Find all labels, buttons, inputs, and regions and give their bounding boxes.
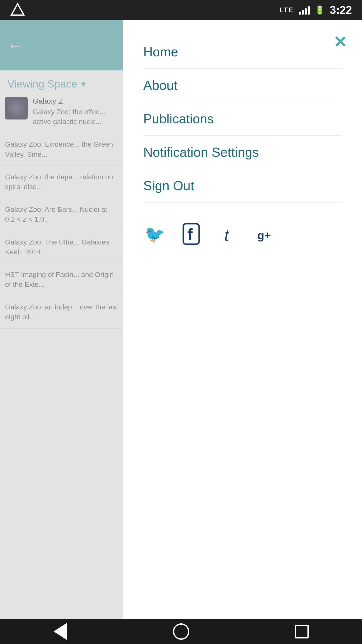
twitter-icon: 🐦 (143, 223, 166, 245)
app-container: ← Viewing Space ▾ Galaxy Z Galaxy Zoo: t… (0, 20, 362, 619)
status-time: 3:22 (330, 4, 352, 16)
navigation-bar (0, 619, 362, 644)
drawer-close-button[interactable]: ✕ (333, 33, 347, 51)
facebook-button[interactable]: f (181, 223, 204, 246)
menu-item-home[interactable]: Home (143, 35, 342, 69)
googleplus-icon: g+ (256, 223, 279, 245)
status-bar-logo-area (10, 3, 25, 18)
menu-item-sign-out[interactable]: Sign Out (143, 169, 342, 203)
svg-text:t: t (224, 226, 230, 244)
lte-indicator: LTE (279, 6, 294, 14)
googleplus-button[interactable]: g+ (256, 223, 279, 246)
nav-recents-button[interactable] (287, 621, 317, 641)
nav-back-button[interactable] (45, 621, 75, 641)
social-icons-row: 🐦 f t g+ (143, 218, 342, 251)
twitter-button[interactable]: 🐦 (143, 223, 166, 246)
signal-icon (299, 6, 310, 15)
menu-label-notification-settings: Notification Settings (143, 145, 259, 159)
svg-marker-0 (11, 4, 24, 15)
status-bar-indicators: LTE 🔋 3:22 (279, 4, 352, 16)
menu-label-home: Home (143, 45, 178, 59)
menu-item-publications[interactable]: Publications (143, 102, 342, 136)
nav-home-button[interactable] (166, 621, 196, 641)
svg-text:f: f (187, 225, 193, 243)
tumblr-button[interactable]: t (219, 223, 241, 246)
svg-text:🐦: 🐦 (145, 224, 165, 244)
menu-item-notification-settings[interactable]: Notification Settings (143, 136, 342, 169)
facebook-icon: f (181, 223, 204, 245)
status-bar: LTE 🔋 3:22 (0, 0, 362, 20)
menu-label-sign-out: Sign Out (143, 178, 194, 193)
svg-text:g+: g+ (257, 229, 271, 242)
tumblr-icon: t (219, 223, 241, 245)
menu-label-about: About (143, 78, 177, 93)
overlay-dim (0, 20, 123, 619)
menu-item-about[interactable]: About (143, 69, 342, 102)
battery-icon: 🔋 (315, 5, 325, 15)
menu-label-publications: Publications (143, 111, 214, 126)
navigation-drawer: ✕ Home About Publications Notification S… (123, 20, 362, 619)
app-logo-icon (10, 3, 25, 18)
